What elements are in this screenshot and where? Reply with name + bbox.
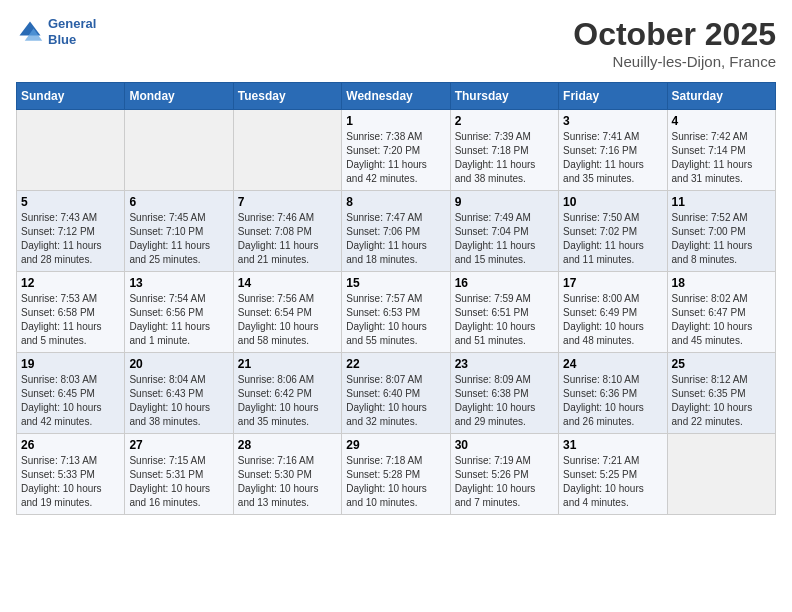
day-info: Sunrise: 7:38 AM Sunset: 7:20 PM Dayligh… — [346, 130, 445, 186]
day-info: Sunrise: 7:43 AM Sunset: 7:12 PM Dayligh… — [21, 211, 120, 267]
day-info: Sunrise: 8:10 AM Sunset: 6:36 PM Dayligh… — [563, 373, 662, 429]
day-info: Sunrise: 7:49 AM Sunset: 7:04 PM Dayligh… — [455, 211, 554, 267]
day-number: 10 — [563, 195, 662, 209]
day-number: 26 — [21, 438, 120, 452]
day-info: Sunrise: 8:12 AM Sunset: 6:35 PM Dayligh… — [672, 373, 771, 429]
calendar-week-row: 19Sunrise: 8:03 AM Sunset: 6:45 PM Dayli… — [17, 353, 776, 434]
day-info: Sunrise: 7:19 AM Sunset: 5:26 PM Dayligh… — [455, 454, 554, 510]
calendar-cell: 21Sunrise: 8:06 AM Sunset: 6:42 PM Dayli… — [233, 353, 341, 434]
calendar-cell: 20Sunrise: 8:04 AM Sunset: 6:43 PM Dayli… — [125, 353, 233, 434]
calendar-cell: 29Sunrise: 7:18 AM Sunset: 5:28 PM Dayli… — [342, 434, 450, 515]
subtitle: Neuilly-les-Dijon, France — [573, 53, 776, 70]
day-info: Sunrise: 7:47 AM Sunset: 7:06 PM Dayligh… — [346, 211, 445, 267]
calendar-cell: 15Sunrise: 7:57 AM Sunset: 6:53 PM Dayli… — [342, 272, 450, 353]
day-number: 22 — [346, 357, 445, 371]
calendar-cell: 25Sunrise: 8:12 AM Sunset: 6:35 PM Dayli… — [667, 353, 775, 434]
day-number: 5 — [21, 195, 120, 209]
calendar-week-row: 1Sunrise: 7:38 AM Sunset: 7:20 PM Daylig… — [17, 110, 776, 191]
day-number: 17 — [563, 276, 662, 290]
day-info: Sunrise: 8:07 AM Sunset: 6:40 PM Dayligh… — [346, 373, 445, 429]
day-number: 12 — [21, 276, 120, 290]
day-info: Sunrise: 7:41 AM Sunset: 7:16 PM Dayligh… — [563, 130, 662, 186]
day-info: Sunrise: 8:03 AM Sunset: 6:45 PM Dayligh… — [21, 373, 120, 429]
calendar-cell: 31Sunrise: 7:21 AM Sunset: 5:25 PM Dayli… — [559, 434, 667, 515]
day-number: 14 — [238, 276, 337, 290]
calendar-cell: 23Sunrise: 8:09 AM Sunset: 6:38 PM Dayli… — [450, 353, 558, 434]
day-info: Sunrise: 8:02 AM Sunset: 6:47 PM Dayligh… — [672, 292, 771, 348]
main-title: October 2025 — [573, 16, 776, 53]
calendar-cell: 4Sunrise: 7:42 AM Sunset: 7:14 PM Daylig… — [667, 110, 775, 191]
weekday-header-cell: Friday — [559, 83, 667, 110]
calendar-cell: 9Sunrise: 7:49 AM Sunset: 7:04 PM Daylig… — [450, 191, 558, 272]
day-info: Sunrise: 7:15 AM Sunset: 5:31 PM Dayligh… — [129, 454, 228, 510]
day-info: Sunrise: 7:18 AM Sunset: 5:28 PM Dayligh… — [346, 454, 445, 510]
day-number: 25 — [672, 357, 771, 371]
day-info: Sunrise: 7:52 AM Sunset: 7:00 PM Dayligh… — [672, 211, 771, 267]
day-number: 6 — [129, 195, 228, 209]
calendar-cell: 1Sunrise: 7:38 AM Sunset: 7:20 PM Daylig… — [342, 110, 450, 191]
day-info: Sunrise: 7:21 AM Sunset: 5:25 PM Dayligh… — [563, 454, 662, 510]
calendar-cell: 18Sunrise: 8:02 AM Sunset: 6:47 PM Dayli… — [667, 272, 775, 353]
calendar-table: SundayMondayTuesdayWednesdayThursdayFrid… — [16, 82, 776, 515]
day-info: Sunrise: 8:00 AM Sunset: 6:49 PM Dayligh… — [563, 292, 662, 348]
calendar-cell: 12Sunrise: 7:53 AM Sunset: 6:58 PM Dayli… — [17, 272, 125, 353]
calendar-cell: 16Sunrise: 7:59 AM Sunset: 6:51 PM Dayli… — [450, 272, 558, 353]
calendar-cell: 26Sunrise: 7:13 AM Sunset: 5:33 PM Dayli… — [17, 434, 125, 515]
day-info: Sunrise: 7:56 AM Sunset: 6:54 PM Dayligh… — [238, 292, 337, 348]
calendar-cell — [125, 110, 233, 191]
calendar-cell: 27Sunrise: 7:15 AM Sunset: 5:31 PM Dayli… — [125, 434, 233, 515]
calendar-cell: 2Sunrise: 7:39 AM Sunset: 7:18 PM Daylig… — [450, 110, 558, 191]
day-number: 2 — [455, 114, 554, 128]
logo-icon — [16, 18, 44, 46]
weekday-header-cell: Thursday — [450, 83, 558, 110]
logo-text: General Blue — [48, 16, 96, 47]
day-number: 21 — [238, 357, 337, 371]
day-number: 18 — [672, 276, 771, 290]
day-info: Sunrise: 7:54 AM Sunset: 6:56 PM Dayligh… — [129, 292, 228, 348]
day-info: Sunrise: 7:45 AM Sunset: 7:10 PM Dayligh… — [129, 211, 228, 267]
calendar-cell: 8Sunrise: 7:47 AM Sunset: 7:06 PM Daylig… — [342, 191, 450, 272]
weekday-header-cell: Tuesday — [233, 83, 341, 110]
day-number: 11 — [672, 195, 771, 209]
day-info: Sunrise: 7:16 AM Sunset: 5:30 PM Dayligh… — [238, 454, 337, 510]
day-info: Sunrise: 8:04 AM Sunset: 6:43 PM Dayligh… — [129, 373, 228, 429]
calendar-week-row: 26Sunrise: 7:13 AM Sunset: 5:33 PM Dayli… — [17, 434, 776, 515]
day-number: 28 — [238, 438, 337, 452]
day-info: Sunrise: 7:13 AM Sunset: 5:33 PM Dayligh… — [21, 454, 120, 510]
calendar-cell: 14Sunrise: 7:56 AM Sunset: 6:54 PM Dayli… — [233, 272, 341, 353]
day-number: 27 — [129, 438, 228, 452]
day-number: 31 — [563, 438, 662, 452]
weekday-header-row: SundayMondayTuesdayWednesdayThursdayFrid… — [17, 83, 776, 110]
day-number: 29 — [346, 438, 445, 452]
weekday-header-cell: Wednesday — [342, 83, 450, 110]
day-info: Sunrise: 7:42 AM Sunset: 7:14 PM Dayligh… — [672, 130, 771, 186]
calendar-cell: 11Sunrise: 7:52 AM Sunset: 7:00 PM Dayli… — [667, 191, 775, 272]
title-area: October 2025 Neuilly-les-Dijon, France — [573, 16, 776, 70]
calendar-cell: 7Sunrise: 7:46 AM Sunset: 7:08 PM Daylig… — [233, 191, 341, 272]
day-number: 3 — [563, 114, 662, 128]
day-number: 13 — [129, 276, 228, 290]
calendar-cell: 10Sunrise: 7:50 AM Sunset: 7:02 PM Dayli… — [559, 191, 667, 272]
calendar-cell: 6Sunrise: 7:45 AM Sunset: 7:10 PM Daylig… — [125, 191, 233, 272]
header: General Blue October 2025 Neuilly-les-Di… — [16, 16, 776, 70]
day-number: 15 — [346, 276, 445, 290]
logo: General Blue — [16, 16, 96, 47]
day-info: Sunrise: 7:53 AM Sunset: 6:58 PM Dayligh… — [21, 292, 120, 348]
calendar-cell: 30Sunrise: 7:19 AM Sunset: 5:26 PM Dayli… — [450, 434, 558, 515]
calendar-cell — [233, 110, 341, 191]
day-info: Sunrise: 8:06 AM Sunset: 6:42 PM Dayligh… — [238, 373, 337, 429]
weekday-header-cell: Sunday — [17, 83, 125, 110]
day-number: 30 — [455, 438, 554, 452]
day-info: Sunrise: 8:09 AM Sunset: 6:38 PM Dayligh… — [455, 373, 554, 429]
day-number: 23 — [455, 357, 554, 371]
day-number: 8 — [346, 195, 445, 209]
day-info: Sunrise: 7:39 AM Sunset: 7:18 PM Dayligh… — [455, 130, 554, 186]
day-number: 16 — [455, 276, 554, 290]
weekday-header-cell: Saturday — [667, 83, 775, 110]
day-info: Sunrise: 7:59 AM Sunset: 6:51 PM Dayligh… — [455, 292, 554, 348]
day-info: Sunrise: 7:50 AM Sunset: 7:02 PM Dayligh… — [563, 211, 662, 267]
day-number: 24 — [563, 357, 662, 371]
day-number: 9 — [455, 195, 554, 209]
calendar-cell — [667, 434, 775, 515]
day-number: 19 — [21, 357, 120, 371]
